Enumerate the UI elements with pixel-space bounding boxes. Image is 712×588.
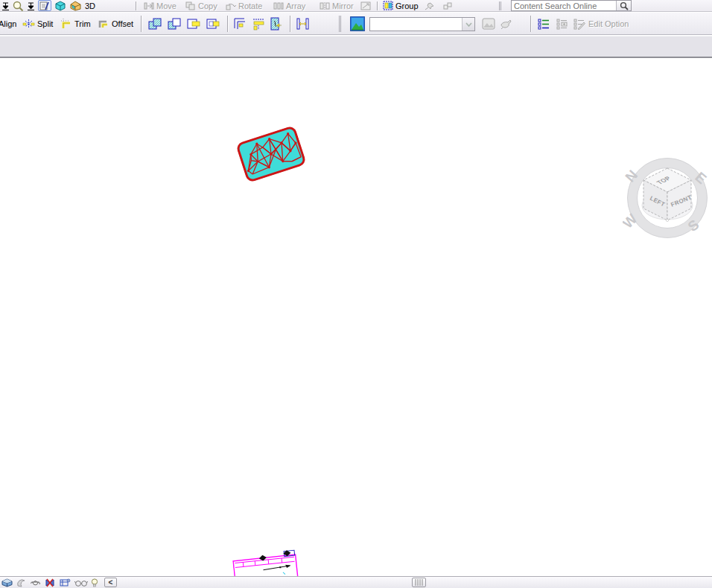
content-search-box (511, 0, 632, 11)
array-icon (273, 1, 284, 10)
group-button[interactable]: Group (383, 0, 419, 11)
separator (339, 16, 344, 32)
reveal-hidden-button[interactable] (91, 578, 98, 587)
rendering-button[interactable] (30, 578, 42, 587)
beam-joins-icon (252, 17, 266, 31)
separator (141, 16, 142, 32)
dimension-button[interactable] (296, 13, 310, 35)
graphics-style-box-icon (1, 578, 13, 587)
dropdown-underline-icon[interactable] (1, 1, 10, 10)
crop-region-button[interactable] (44, 578, 56, 587)
design-options-list-icon (538, 18, 550, 30)
edit-option-button[interactable]: Edit Option (573, 13, 629, 35)
mirror-button[interactable]: Mirror (320, 0, 354, 11)
render-region-icon (350, 16, 365, 31)
drawing-viewport[interactable]: N E S W TOP LEFT FRONT (0, 60, 712, 576)
thin-lines-button[interactable] (38, 0, 51, 11)
search-icon (620, 1, 629, 10)
dimension-icon (296, 17, 310, 31)
separator (530, 16, 532, 32)
crop-region-off-icon (44, 578, 56, 587)
zoom-icon[interactable] (13, 1, 24, 11)
image-icon (482, 18, 495, 30)
crop-visibility-icon (59, 578, 71, 587)
trim-button[interactable]: Trim (60, 13, 91, 35)
share-hand-icon (499, 18, 512, 30)
pin-button[interactable] (425, 0, 435, 11)
reveal-hidden-bulb-icon (91, 578, 98, 587)
separator (377, 1, 378, 10)
chevron-left-icon: < (109, 579, 113, 587)
join-geometry-icon (148, 17, 162, 31)
share-render-button[interactable] (499, 13, 512, 35)
join-geometry-button[interactable] (148, 13, 162, 35)
unpin-button[interactable] (442, 0, 453, 11)
splitter-grip-icon (415, 579, 423, 586)
scroll-left-button[interactable]: < (104, 578, 117, 587)
render-region-button[interactable] (350, 13, 365, 35)
beam-joins-button[interactable] (252, 13, 266, 35)
default-3d-box-icon[interactable] (54, 1, 66, 11)
add-to-option-button[interactable] (556, 13, 569, 35)
split-face-icon (270, 17, 284, 31)
resize-icon (360, 1, 371, 10)
separator (227, 16, 229, 32)
search-input[interactable] (512, 1, 616, 10)
crop-visibility-button[interactable] (59, 578, 71, 587)
wall-joins-button[interactable] (233, 13, 247, 35)
align-button[interactable]: Align (0, 13, 16, 35)
move-button[interactable]: Move (144, 0, 177, 11)
unpin-icon (442, 1, 453, 10)
pin-icon (425, 1, 435, 10)
camera-3d-house-icon[interactable] (69, 1, 82, 11)
uncut-geometry-button[interactable] (206, 13, 220, 35)
render-settings-combobox[interactable] (369, 17, 475, 31)
toposurface-object[interactable] (235, 124, 307, 183)
toolbar-tools: Align Split Trim Offset (0, 13, 712, 35)
rotate-icon (226, 1, 236, 10)
options-bar (0, 36, 712, 58)
copy-button[interactable]: Copy (185, 0, 217, 11)
trim-icon (60, 18, 72, 30)
copy-icon (185, 1, 196, 10)
splitter-grip[interactable] (412, 578, 426, 587)
chevron-down-icon[interactable] (462, 18, 474, 31)
shadows-icon (16, 578, 27, 587)
add-option-icon (556, 18, 569, 30)
rotate-button[interactable]: Rotate (226, 0, 262, 11)
separator (499, 1, 504, 10)
graphics-style-button[interactable] (1, 578, 13, 587)
resize-button[interactable] (360, 0, 371, 11)
design-options-button[interactable] (538, 13, 550, 35)
viewcube[interactable]: N E S W TOP LEFT FRONT (623, 153, 712, 238)
split-icon (22, 18, 35, 30)
split-face-button[interactable] (270, 13, 284, 35)
show-image-button[interactable] (482, 13, 495, 35)
rendering-teapot-icon (30, 578, 42, 587)
temporary-hide-button[interactable] (74, 579, 88, 587)
separator (136, 1, 137, 10)
cut-geometry-icon (187, 17, 201, 31)
temporary-hide-glasses-icon (74, 579, 88, 587)
dropdown-underline-icon[interactable] (27, 1, 35, 10)
unjoin-geometry-button[interactable] (168, 13, 182, 35)
3d-label: 3D (85, 1, 95, 10)
shadows-button[interactable] (16, 578, 27, 587)
mirror-icon (320, 1, 330, 10)
split-button[interactable]: Split (22, 13, 53, 35)
group-icon (383, 1, 393, 10)
move-icon (144, 1, 154, 10)
array-button[interactable]: Array (273, 0, 305, 11)
offset-icon (97, 18, 109, 30)
edit-option-icon (573, 18, 586, 30)
toolbar-edit: 3D Move Copy Rotate Array Mirror Group (0, 0, 712, 12)
wall-joins-icon (233, 17, 247, 31)
combobox-value (370, 18, 462, 31)
separator (290, 16, 291, 32)
view-control-bar: < (0, 576, 712, 588)
cut-geometry-button[interactable] (187, 13, 201, 35)
search-button[interactable] (616, 1, 631, 10)
uncut-geometry-icon (206, 17, 220, 31)
offset-button[interactable]: Offset (97, 13, 133, 35)
unjoin-geometry-icon (168, 17, 182, 31)
